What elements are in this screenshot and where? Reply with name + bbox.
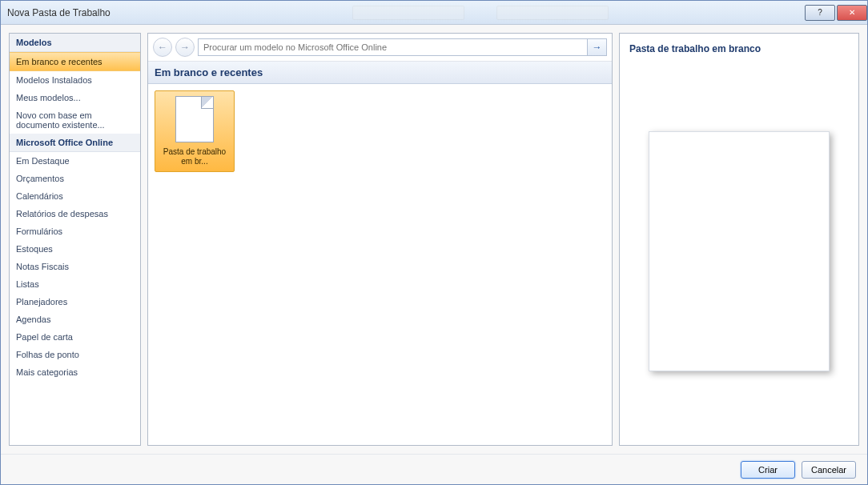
arrow-left-icon: ← xyxy=(158,42,167,53)
sidebar-item-inventory[interactable]: Estoques xyxy=(10,240,140,258)
sidebar-heading-office-online: Microsoft Office Online xyxy=(10,134,140,152)
preview-pane: Pasta de trabalho em branco xyxy=(619,33,859,446)
preview-page-container xyxy=(628,62,850,440)
help-button[interactable]: ? xyxy=(805,5,835,21)
category-heading: Em branco e recentes xyxy=(148,62,612,84)
new-workbook-dialog: Nova Pasta de Trabalho ? ✕ Modelos Em br… xyxy=(0,0,868,485)
sidebar-item-my-templates[interactable]: Meus modelos... xyxy=(10,89,140,106)
window-controls: ? ✕ xyxy=(803,5,867,21)
sidebar-item-planners[interactable]: Planejadores xyxy=(10,293,140,311)
close-button[interactable]: ✕ xyxy=(837,5,867,21)
sidebar: Modelos Em branco e recentes Modelos Ins… xyxy=(9,33,141,446)
sidebar-item-installed-templates[interactable]: Modelos Instalados xyxy=(10,71,140,89)
nav-forward-button[interactable]: → xyxy=(175,38,195,57)
template-label: Pasta de trabalho em br... xyxy=(159,147,231,166)
search-go-button[interactable]: → xyxy=(587,39,606,55)
search-input[interactable] xyxy=(199,39,587,55)
sidebar-item-budgets[interactable]: Orçamentos xyxy=(10,170,140,187)
background-windows-hint xyxy=(352,6,609,20)
cancel-button[interactable]: Cancelar xyxy=(802,461,856,479)
preview-page xyxy=(649,131,830,371)
dialog-footer: Criar Cancelar xyxy=(1,454,867,484)
template-browser: ← → → Em branco e recentes Pasta de trab… xyxy=(147,33,613,446)
arrow-right-icon: → xyxy=(593,42,602,53)
sidebar-item-calendars[interactable]: Calendários xyxy=(10,187,140,205)
nav-row: ← → → xyxy=(148,34,612,62)
dialog-content: Modelos Em branco e recentes Modelos Ins… xyxy=(1,25,867,454)
search-box: → xyxy=(198,38,607,56)
sidebar-heading-templates: Modelos xyxy=(10,34,140,52)
sidebar-item-more-categories[interactable]: Mais categorias xyxy=(10,363,140,381)
arrow-right-icon: → xyxy=(180,42,190,53)
sidebar-item-timesheets[interactable]: Folhas de ponto xyxy=(10,346,140,363)
sidebar-item-lists[interactable]: Listas xyxy=(10,275,140,293)
create-button[interactable]: Criar xyxy=(741,461,795,479)
template-area: Pasta de trabalho em br... xyxy=(148,84,612,445)
sidebar-item-invoices[interactable]: Notas Fiscais xyxy=(10,258,140,275)
preview-title: Pasta de trabalho em branco xyxy=(628,38,850,62)
document-icon xyxy=(175,96,214,142)
sidebar-item-expense-reports[interactable]: Relatórios de despesas xyxy=(10,205,140,222)
sidebar-item-new-from-existing[interactable]: Novo com base em documento existente... xyxy=(10,106,140,134)
titlebar: Nova Pasta de Trabalho ? ✕ xyxy=(1,1,867,25)
window-title: Nova Pasta de Trabalho xyxy=(7,7,111,18)
sidebar-item-blank-recent[interactable]: Em branco e recentes xyxy=(10,52,140,71)
sidebar-item-featured[interactable]: Em Destaque xyxy=(10,152,140,170)
template-item-blank-workbook[interactable]: Pasta de trabalho em br... xyxy=(155,90,235,172)
nav-back-button[interactable]: ← xyxy=(153,38,172,57)
sidebar-item-forms[interactable]: Formulários xyxy=(10,222,140,240)
sidebar-item-agendas[interactable]: Agendas xyxy=(10,311,140,328)
sidebar-item-stationery[interactable]: Papel de carta xyxy=(10,328,140,346)
